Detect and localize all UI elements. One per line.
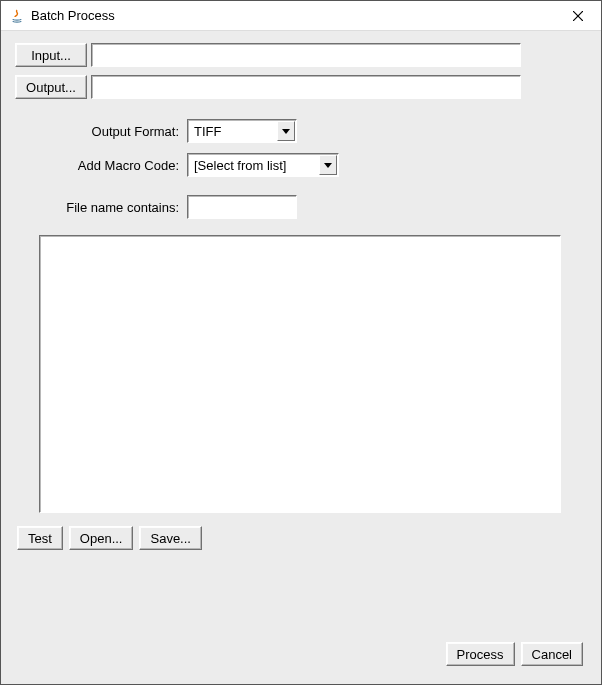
cancel-button[interactable]: Cancel <box>521 642 583 666</box>
input-button[interactable]: Input... <box>15 43 87 67</box>
output-format-label: Output Format: <box>15 124 187 139</box>
titlebar: Batch Process <box>1 1 601 31</box>
input-path-field[interactable] <box>91 43 521 67</box>
output-format-select[interactable] <box>187 119 297 143</box>
test-button[interactable]: Test <box>17 526 63 550</box>
output-path-field[interactable] <box>91 75 521 99</box>
filename-contains-field[interactable] <box>187 195 297 219</box>
add-macro-label: Add Macro Code: <box>15 158 187 173</box>
close-icon <box>573 11 583 21</box>
filename-contains-label: File name contains: <box>15 200 187 215</box>
save-button[interactable]: Save... <box>139 526 201 550</box>
java-icon <box>9 8 25 24</box>
open-button[interactable]: Open... <box>69 526 134 550</box>
window-title: Batch Process <box>31 8 555 23</box>
macro-text-area[interactable] <box>39 235 561 513</box>
output-button[interactable]: Output... <box>15 75 87 99</box>
add-macro-select[interactable] <box>187 153 339 177</box>
dialog-content: Input... Output... Output Format: Add Ma… <box>1 31 601 684</box>
close-button[interactable] <box>555 1 601 31</box>
process-button[interactable]: Process <box>446 642 515 666</box>
